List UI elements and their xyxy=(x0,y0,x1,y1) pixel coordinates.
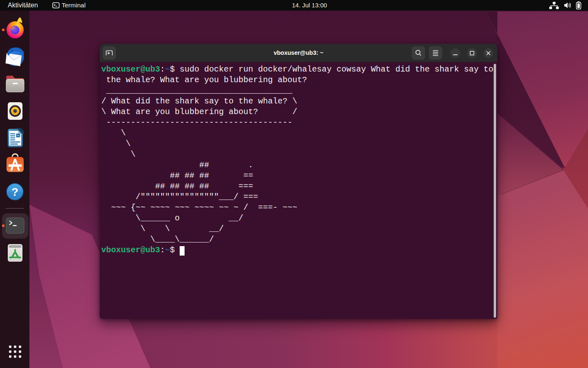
svg-text:?: ? xyxy=(11,186,18,198)
